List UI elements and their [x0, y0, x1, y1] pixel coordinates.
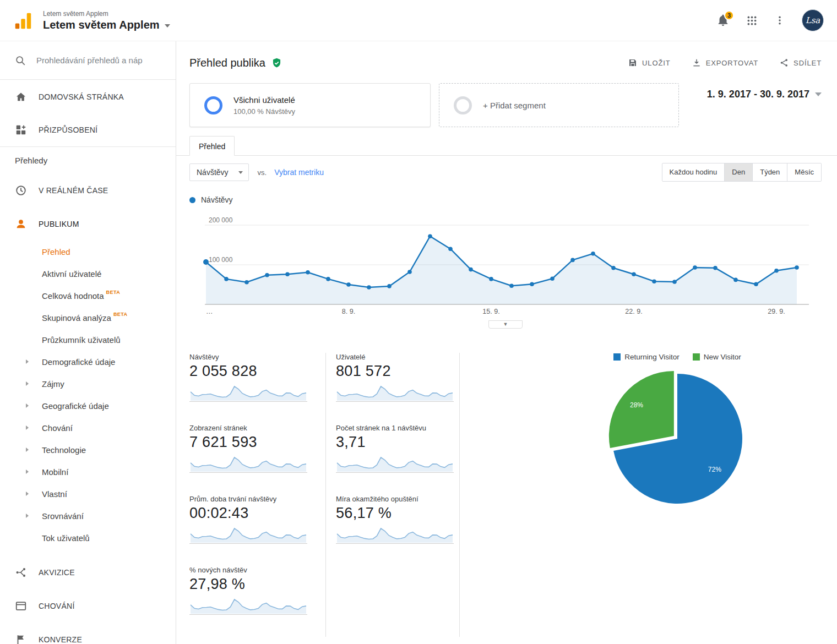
metrics-grid: Návštěvy2 055 828Uživatelé801 572Zobraze…: [189, 353, 460, 637]
chart-expander[interactable]: ▼: [488, 320, 523, 329]
sidebar-subitem[interactable]: Aktivní uživatelé: [0, 263, 176, 285]
metric-card[interactable]: Počet stránek na 1 návštěvu3,71: [326, 424, 460, 495]
metric-card[interactable]: Prům. doba trvání návštěvy00:02:43: [189, 495, 326, 566]
metric-card[interactable]: Zobrazení stránek7 621 593: [189, 424, 326, 495]
metric-value: 801 572: [336, 363, 450, 380]
beta-badge: BETA: [113, 312, 127, 317]
sidebar-item-label: DOMOVSKÁ STRÁNKA: [39, 92, 124, 101]
chevron-right-icon: [26, 514, 29, 518]
line-chart-wrap: 100 000200 000…8. 9.15. 9.22. 9.29. 9.: [189, 210, 822, 318]
metric-select[interactable]: Návštěvy: [189, 163, 249, 181]
chevron-down-icon: ▼: [503, 322, 508, 327]
user-avatar[interactable]: Lsa: [802, 9, 824, 31]
metric-card[interactable]: Míra okamžitého opuštění56,17 %: [326, 495, 460, 566]
chevron-down-icon: [238, 171, 243, 174]
pie-legend-item[interactable]: Returning Visitor: [613, 353, 680, 361]
granularity-button[interactable]: Den: [724, 163, 752, 181]
select-metric-link[interactable]: Vybrat metriku: [274, 168, 324, 177]
pie-legend-label: New Visitor: [704, 353, 741, 361]
share-button[interactable]: SDÍLET: [779, 58, 822, 68]
visitor-type-pie-chart: 72%28%: [604, 365, 751, 512]
svg-text:15. 9.: 15. 9.: [482, 308, 499, 315]
save-button[interactable]: ULOŽIT: [628, 58, 671, 68]
sidebar-item-customization[interactable]: PŘIZPŮSOBENÍ: [0, 113, 176, 147]
sidebar-subitem-label: Technologie: [42, 445, 86, 455]
export-button[interactable]: EXPORTOVAT: [692, 58, 758, 68]
sidebar-subitem[interactable]: Geografické údaje: [0, 395, 176, 417]
sidebar-item-label: AKVIZICE: [39, 568, 75, 577]
account-switcher[interactable]: Letem světem Applem Letem světem Applem: [43, 10, 170, 31]
sidebar-subitem-label: Přehled: [42, 247, 70, 256]
sidebar-subitem[interactable]: Skupinová analýzaBETA: [0, 307, 176, 329]
sidebar-subitem-label: Srovnávání: [42, 511, 84, 521]
sidebar-item-conversions[interactable]: KONVERZE: [0, 623, 176, 644]
pie-legend-item[interactable]: New Visitor: [693, 353, 741, 361]
sidebar: DOMOVSKÁ STRÁNKA PŘIZPŮSOBENÍ Přehledy: [0, 41, 176, 644]
account-name-large: Letem světem Applem: [43, 19, 160, 31]
flag-icon: [15, 634, 27, 644]
metric-label: Míra okamžitého opuštění: [336, 495, 450, 503]
sidebar-subitem[interactable]: Přehled: [0, 241, 176, 263]
sidebar-subitem[interactable]: Vlastní: [0, 483, 176, 505]
sidebar-subitem-label: Zájmy: [42, 379, 64, 389]
sidebar-subitem[interactable]: Demografické údaje: [0, 351, 176, 373]
apps-grid-icon: [746, 15, 758, 26]
svg-text:8. 9.: 8. 9.: [342, 308, 355, 315]
sidebar-subitem-label: Geografické údaje: [42, 401, 109, 411]
person-icon: [15, 218, 27, 230]
more-options-button[interactable]: [774, 15, 785, 26]
chart-controls: Návštěvy vs. Vybrat metriku Každou hodin…: [189, 163, 822, 182]
metric-value: 7 621 593: [189, 434, 317, 451]
tab-overview[interactable]: Přehled: [189, 136, 235, 156]
sidebar-item-realtime[interactable]: V REÁLNÉM ČASE: [0, 173, 176, 207]
metric-value: 3,71: [336, 434, 450, 451]
sidebar-subitem[interactable]: Celková hodnotaBETA: [0, 285, 176, 307]
metric-card[interactable]: % nových návštěv27,98 %: [189, 566, 326, 637]
main-content: Přehled publika: [176, 41, 837, 644]
add-segment-card[interactable]: + Přidat segment: [439, 83, 679, 127]
svg-text:200 000: 200 000: [209, 216, 233, 224]
metric-card[interactable]: Uživatelé801 572: [326, 353, 460, 424]
svg-text:29. 9.: 29. 9.: [768, 308, 785, 315]
sidebar-item-label: KONVERZE: [39, 635, 82, 644]
sidebar-subitem[interactable]: Zájmy: [0, 373, 176, 395]
sidebar-item-audience[interactable]: PUBLIKUM: [0, 207, 176, 241]
report-search: [0, 41, 176, 80]
app-header: Letem světem Applem Letem světem Applem …: [0, 0, 837, 41]
verified-shield-icon: [271, 57, 282, 69]
granularity-button[interactable]: Měsíc: [787, 163, 821, 181]
metric-card[interactable]: Návštěvy2 055 828: [189, 353, 326, 424]
granularity-button[interactable]: Týden: [752, 163, 787, 181]
sidebar-item-home[interactable]: DOMOVSKÁ STRÁNKA: [0, 80, 176, 113]
add-segment-ring-icon: [454, 96, 472, 114]
metric-value: 2 055 828: [189, 363, 317, 380]
sidebar-subitem[interactable]: Srovnávání: [0, 505, 176, 527]
granularity-button[interactable]: Každou hodinu: [662, 163, 725, 181]
chevron-right-icon: [26, 470, 29, 474]
google-analytics-logo: [13, 10, 34, 31]
sidebar-subitem[interactable]: Tok uživatelů: [0, 527, 176, 549]
sidebar-subitem[interactable]: Chování: [0, 417, 176, 439]
metric-sparkline: [189, 384, 307, 402]
analytics-app: Letem světem Applem Letem světem Applem …: [0, 0, 837, 644]
apps-grid-button[interactable]: [746, 15, 758, 26]
sidebar-item-acquisition[interactable]: AKVIZICE: [0, 555, 176, 589]
date-range-picker[interactable]: 1. 9. 2017 - 30. 9. 2017: [707, 89, 822, 127]
sidebar-item-behavior[interactable]: CHOVÁNÍ: [0, 589, 176, 623]
sidebar-subitem-label: Skupinová analýza: [42, 313, 111, 323]
chevron-right-icon: [26, 403, 29, 408]
sidebar-subitem[interactable]: Technologie: [0, 439, 176, 461]
pie-block: Returning VisitorNew Visitor 72%28%: [604, 353, 751, 637]
svg-text:28%: 28%: [630, 401, 643, 409]
metric-sparkline: [189, 455, 307, 473]
legend-label: Návštěvy: [201, 195, 233, 204]
metric-sparkline: [336, 526, 454, 544]
search-input[interactable]: [36, 56, 163, 65]
export-label: EXPORTOVAT: [706, 59, 758, 67]
sidebar-subitem[interactable]: Mobilní: [0, 461, 176, 483]
sidebar-subitem[interactable]: Průzkumník uživatelů: [0, 329, 176, 351]
segment-card-all-users[interactable]: Všichni uživatelé 100,00 % Návštěvy: [189, 83, 431, 127]
notifications-button[interactable]: 3: [716, 14, 730, 27]
sidebar-item-label: CHOVÁNÍ: [39, 602, 75, 610]
add-segment-label: + Přidat segment: [483, 101, 546, 110]
